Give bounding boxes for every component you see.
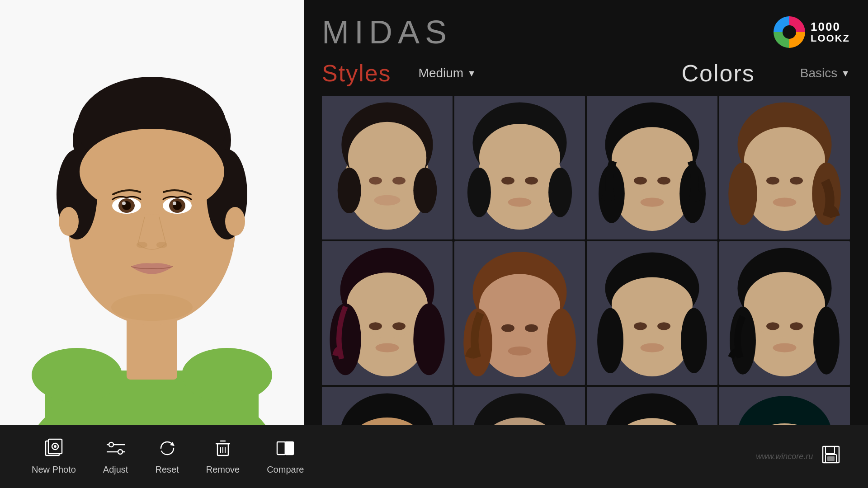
svg-point-85 (597, 308, 623, 373)
svg-point-30 (338, 168, 361, 213)
svg-point-95 (813, 306, 840, 374)
svg-point-96 (766, 322, 779, 330)
hair-style-8[interactable] (719, 241, 850, 385)
svg-point-97 (790, 322, 803, 330)
hair-style-10[interactable] (454, 387, 585, 425)
svg-point-59 (766, 177, 779, 184)
controls-row: Styles Medium ▼ Colors Basics ▼ (304, 60, 868, 96)
svg-point-25 (225, 207, 245, 236)
logo-inner-circle (783, 25, 796, 39)
svg-point-4 (182, 348, 272, 402)
watermark-text: www.wincore.ru (756, 452, 813, 461)
svg-point-12 (80, 129, 224, 215)
svg-point-32 (369, 177, 382, 184)
colors-label: Colors (681, 60, 755, 87)
svg-point-93 (744, 272, 825, 337)
svg-point-3 (32, 348, 122, 402)
svg-point-16 (122, 202, 126, 205)
svg-point-34 (374, 195, 401, 206)
svg-rect-5 (127, 316, 177, 380)
svg-point-89 (640, 343, 664, 352)
hair-style-11[interactable] (587, 387, 717, 425)
reset-icon (157, 438, 177, 461)
remove-label: Remove (206, 465, 240, 475)
hair-style-7[interactable] (587, 241, 717, 385)
new-photo-icon (44, 438, 64, 461)
svg-point-67 (413, 303, 444, 375)
adjust-icon (106, 438, 126, 461)
svg-rect-156 (285, 442, 293, 455)
svg-point-40 (548, 168, 572, 217)
styles-dropdown[interactable]: Medium ▼ (419, 66, 476, 80)
svg-point-23 (111, 294, 193, 321)
save-button[interactable] (821, 445, 841, 469)
svg-point-50 (634, 177, 647, 184)
svg-point-142 (109, 442, 113, 447)
svg-point-143 (118, 450, 123, 454)
hair-style-5[interactable] (322, 241, 453, 385)
new-photo-button[interactable]: New Photo (18, 434, 90, 479)
new-photo-label: New Photo (32, 465, 76, 475)
hair-style-2[interactable] (454, 96, 585, 239)
logo-text: 1000 LOOKZ (811, 20, 850, 44)
svg-point-22 (156, 242, 167, 248)
svg-point-56 (744, 127, 825, 192)
hair-style-3[interactable] (587, 96, 717, 239)
reset-label: Reset (155, 465, 179, 475)
toolbar-left-actions: New Photo Adjust (18, 434, 322, 479)
svg-point-60 (790, 177, 803, 184)
adjust-label: Adjust (103, 465, 128, 475)
svg-rect-155 (277, 442, 285, 455)
svg-point-38 (479, 124, 560, 192)
right-panel: MIDAS 1000 LOOKZ Styles Medium ▼ Colors (304, 0, 868, 425)
svg-point-33 (392, 177, 406, 184)
app-header: MIDAS 1000 LOOKZ (304, 0, 868, 60)
svg-point-88 (657, 322, 670, 330)
hair-style-4[interactable] (719, 96, 850, 239)
svg-point-69 (392, 322, 406, 330)
toolbar: New Photo Adjust (0, 425, 868, 488)
svg-point-74 (479, 274, 560, 339)
svg-point-78 (525, 324, 538, 332)
compare-icon (275, 438, 295, 461)
hair-style-6[interactable] (454, 241, 585, 385)
svg-rect-158 (826, 446, 835, 454)
colors-dropdown[interactable]: Basics ▼ (800, 66, 850, 80)
svg-point-87 (634, 322, 647, 330)
svg-point-20 (173, 202, 176, 205)
app-title: MIDAS (322, 14, 452, 51)
logo-icon (774, 16, 805, 48)
hair-style-grid (304, 96, 868, 425)
svg-point-42 (525, 177, 538, 184)
hair-style-9[interactable] (322, 387, 453, 425)
colors-dropdown-value: Basics (800, 66, 837, 80)
svg-point-79 (508, 347, 531, 356)
compare-button[interactable]: Compare (253, 434, 317, 479)
svg-point-21 (137, 242, 147, 248)
svg-point-43 (508, 197, 531, 206)
svg-point-76 (547, 309, 576, 376)
hair-style-12[interactable] (719, 387, 850, 425)
photo-panel (0, 0, 304, 425)
svg-point-61 (773, 197, 796, 206)
svg-point-39 (467, 168, 491, 217)
svg-point-24 (59, 207, 79, 236)
styles-dropdown-value: Medium (419, 66, 464, 80)
reset-button[interactable]: Reset (142, 434, 192, 479)
svg-point-98 (773, 343, 796, 352)
remove-button[interactable]: Remove (193, 434, 253, 479)
colors-dropdown-arrow: ▼ (841, 68, 850, 79)
compare-label: Compare (267, 465, 304, 475)
hair-style-1[interactable] (322, 96, 453, 239)
svg-point-51 (657, 177, 670, 184)
svg-point-31 (413, 168, 437, 213)
remove-icon (213, 438, 233, 461)
svg-point-84 (612, 277, 693, 332)
svg-point-77 (501, 324, 514, 332)
person-photo (0, 0, 304, 425)
logo-brand: LOOKZ (811, 33, 850, 44)
svg-point-86 (681, 308, 707, 373)
styles-label: Styles (322, 60, 392, 87)
adjust-button[interactable]: Adjust (90, 434, 142, 479)
styles-dropdown-arrow: ▼ (467, 68, 476, 79)
